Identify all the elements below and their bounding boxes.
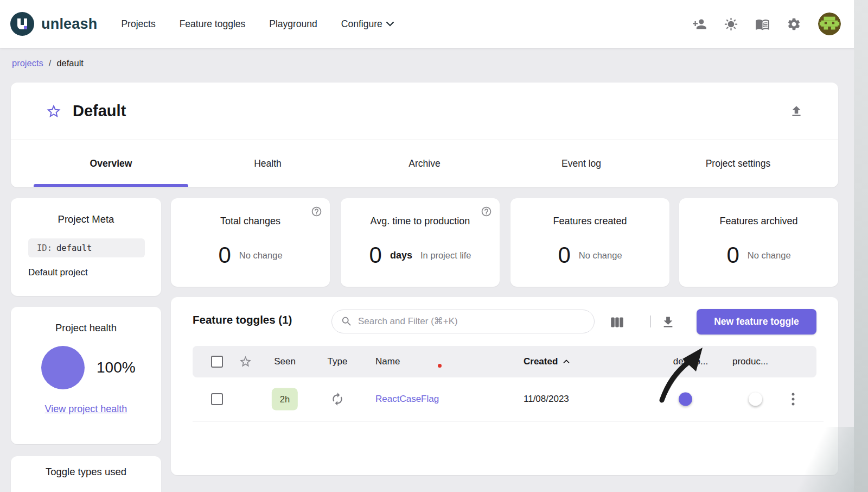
navbar-actions (692, 12, 841, 35)
stat-card-features-archived: Features archived 0 No change (679, 198, 838, 287)
stat-value: 0 (558, 242, 570, 268)
desktop-wallpaper-edge (854, 0, 868, 492)
stat-note: No change (239, 250, 283, 261)
docs-book-icon[interactable] (755, 17, 770, 31)
health-percent: 100% (97, 359, 136, 376)
project-health-title: Project health (11, 307, 161, 334)
help-icon[interactable] (481, 206, 492, 217)
recording-dot (438, 364, 442, 368)
stat-value: 0 (726, 242, 739, 268)
table-header-row: Seen Type Name Created develo... produc.… (193, 346, 816, 377)
project-tabs: Overview Health Archive Event log Projec… (11, 140, 838, 187)
seen-badge[interactable]: 2h (272, 388, 298, 411)
stat-note: No change (748, 250, 791, 261)
breadcrumb-projects-link[interactable]: projects (12, 58, 43, 68)
stat-card-features-created: Features created 0 No change (510, 198, 669, 287)
stat-title: Total changes (171, 198, 330, 227)
stat-title: Avg. time to production (341, 198, 500, 227)
nav-feature-toggles[interactable]: Feature toggles (180, 18, 246, 30)
settings-gear-icon[interactable] (787, 17, 801, 31)
col-header-development[interactable]: develo... (673, 356, 708, 367)
select-all-checkbox[interactable] (211, 356, 223, 368)
search-icon (341, 316, 353, 327)
feature-toggles-title: Feature toggles (1) (193, 313, 292, 326)
nav-projects[interactable]: Projects (121, 18, 155, 30)
unleash-logo[interactable]: unleash (10, 11, 97, 36)
tab-event-log[interactable]: Event log (503, 140, 660, 187)
project-health-card: Project health 100% View project health (11, 307, 161, 444)
stat-title: Features archived (679, 198, 838, 227)
main-nav: Projects Feature toggles Playground Conf… (121, 18, 393, 30)
row-checkbox[interactable] (211, 393, 223, 405)
stat-card-avg-time: Avg. time to production 0 days In projec… (341, 198, 500, 287)
export-upload-icon[interactable] (789, 104, 803, 118)
project-id-value: default (56, 243, 92, 253)
help-icon[interactable] (311, 206, 322, 217)
project-id-chip: ID: default (28, 238, 145, 257)
col-header-name[interactable]: Name (375, 356, 400, 367)
stat-value: 0 (218, 242, 231, 268)
toggle-types-card: Toggle types used (11, 456, 161, 492)
columns-icon[interactable] (610, 315, 624, 330)
tab-overview[interactable]: Overview (33, 140, 189, 187)
tab-archive[interactable]: Archive (346, 140, 503, 187)
page-title: Default (73, 102, 126, 120)
toolbar-divider (650, 316, 651, 327)
feature-name-link[interactable]: ReactCaseFlag (375, 394, 439, 405)
avatar[interactable] (818, 12, 841, 35)
project-description: Default project (28, 267, 161, 278)
theme-sun-icon[interactable] (724, 17, 738, 31)
view-project-health-link[interactable]: View project health (11, 403, 161, 415)
unleash-logo-icon (10, 11, 35, 36)
tab-project-settings[interactable]: Project settings (660, 140, 816, 187)
stat-note: In project life (420, 250, 471, 261)
breadcrumb-current: default (56, 58, 84, 68)
row-divider (193, 421, 824, 421)
stat-unit: days (390, 250, 412, 261)
nav-configure[interactable]: Configure (341, 18, 394, 30)
stat-note: No change (579, 250, 622, 261)
project-id-label: ID: (37, 243, 52, 253)
download-icon[interactable] (661, 315, 675, 330)
project-meta-card: Project Meta ID: default Default project (11, 198, 161, 296)
breadcrumb: projects / default (12, 58, 84, 68)
nav-playground[interactable]: Playground (269, 18, 317, 30)
star-column-icon[interactable] (239, 355, 252, 369)
breadcrumb-separator: / (49, 58, 52, 68)
add-user-icon[interactable] (692, 17, 707, 31)
project-header-row: Default (11, 83, 838, 140)
project-header-card: Default Overview Health Archive Event lo… (11, 83, 838, 187)
row-menu-kebab-icon[interactable] (790, 391, 797, 408)
chevron-down-icon (386, 22, 394, 27)
health-donut (41, 346, 85, 389)
new-feature-toggle-button[interactable]: New feature toggle (697, 309, 816, 335)
col-header-production[interactable]: produc... (732, 356, 768, 367)
feature-toggles-card: Feature toggles (1) New feature toggle S… (171, 297, 838, 475)
table-row: 2h ReactCaseFlag 11/08/2023 (193, 377, 816, 421)
favorite-star-icon[interactable] (46, 103, 62, 119)
stat-title: Features created (510, 198, 669, 227)
col-header-seen[interactable]: Seen (274, 356, 296, 367)
stat-value: 0 (369, 242, 382, 268)
sort-asc-icon (562, 357, 571, 366)
tab-health[interactable]: Health (189, 140, 346, 187)
created-date: 11/08/2023 (524, 394, 569, 405)
search-box[interactable] (331, 310, 595, 333)
stat-card-total-changes: Total changes 0 No change (171, 198, 330, 287)
project-meta-title: Project Meta (11, 198, 161, 225)
top-navbar: unleash Projects Feature toggles Playgro… (0, 0, 868, 48)
brand-name: unleash (41, 16, 97, 33)
col-header-created[interactable]: Created (524, 356, 571, 367)
toggle-types-title: Toggle types used (11, 456, 161, 478)
search-input[interactable] (358, 316, 564, 327)
col-header-type[interactable]: Type (328, 356, 348, 367)
kill-switch-sync-icon (330, 392, 344, 406)
